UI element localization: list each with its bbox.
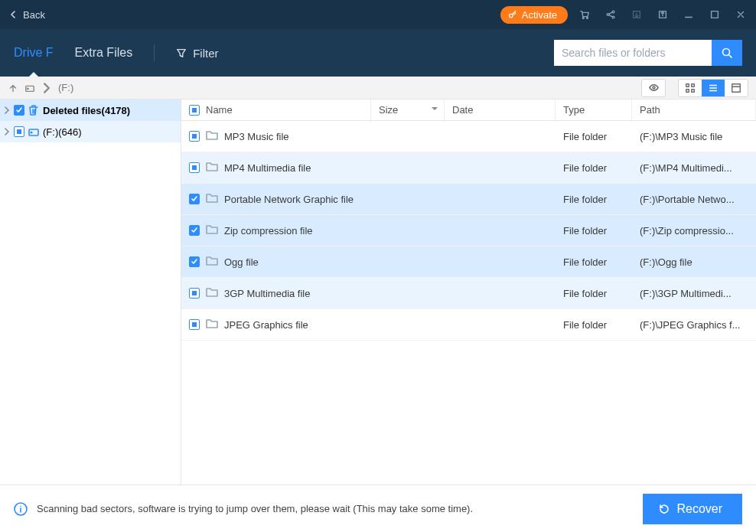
column-path-label: Path (640, 104, 660, 116)
search-button[interactable] (712, 40, 742, 66)
folder-icon (206, 318, 218, 331)
title-bar: Back Activate (0, 0, 756, 29)
table-row[interactable]: MP3 Music fileFile folder(F:)\MP3 Music … (181, 121, 756, 152)
column-name[interactable]: Name (181, 100, 371, 120)
column-path[interactable]: Path (632, 100, 756, 120)
column-size[interactable]: Size (371, 100, 445, 120)
table-row[interactable]: JPEG Graphics fileFile folder(F:)\JPEG G… (181, 309, 756, 341)
cell-path: (F:)\MP3 Music file (632, 131, 756, 142)
table-row[interactable]: Portable Network Graphic fileFile folder… (181, 184, 756, 215)
filter-button[interactable]: Filter (176, 47, 218, 60)
table-row[interactable]: Ogg fileFile folder(F:)\Ogg file (181, 246, 756, 278)
cell-name: Ogg file (224, 256, 259, 268)
svg-rect-14 (692, 83, 695, 86)
share-icon[interactable] (604, 8, 617, 21)
checkbox[interactable] (14, 126, 24, 137)
cell-type: File folder (556, 319, 632, 331)
column-date[interactable]: Date (445, 100, 556, 120)
svg-point-1 (582, 18, 584, 19)
checkbox[interactable] (189, 162, 200, 173)
select-all-checkbox[interactable] (189, 105, 200, 116)
cell-path: (F:)\3GP Multimedi... (632, 288, 756, 299)
cell-name: MP4 Multimedia file (224, 162, 311, 174)
tab-bar: Drive F Extra Files Filter (0, 29, 756, 77)
checkbox[interactable] (189, 131, 200, 142)
table-row[interactable]: MP4 Multimedia fileFile folder(F:)\MP4 M… (181, 152, 756, 184)
cell-type: File folder (556, 194, 632, 205)
expand-icon[interactable] (3, 105, 11, 116)
expand-icon[interactable] (3, 126, 11, 138)
tab-drive[interactable]: Drive F (14, 29, 54, 77)
window-controls (578, 8, 747, 21)
column-date-label: Date (452, 104, 473, 116)
table-row[interactable]: 3GP Multimedia fileFile folder(F:)\3GP M… (181, 278, 756, 309)
cell-name: MP3 Music file (224, 131, 289, 142)
column-type[interactable]: Type (556, 100, 632, 120)
checkbox[interactable] (189, 194, 200, 204)
chevron-left-icon (9, 11, 17, 18)
svg-rect-15 (686, 89, 689, 92)
breadcrumb-path[interactable]: (F:) (58, 82, 73, 93)
back-label: Back (23, 9, 45, 21)
up-button[interactable] (8, 83, 18, 93)
cell-type: File folder (556, 225, 632, 237)
tab-drive-label: Drive F (14, 46, 54, 60)
search-input[interactable] (554, 40, 712, 66)
activate-button[interactable]: Activate (500, 6, 568, 24)
recover-button[interactable]: Recover (643, 494, 742, 524)
trash-icon (28, 104, 40, 116)
cart-icon[interactable] (578, 8, 591, 21)
svg-rect-16 (692, 89, 695, 92)
cell-name: Zip compression file (224, 225, 313, 237)
folder-icon (206, 256, 218, 268)
folder-icon (206, 287, 218, 299)
tab-extra-label: Extra Files (75, 46, 133, 60)
tab-extra-files[interactable]: Extra Files (75, 29, 133, 77)
checkbox[interactable] (189, 256, 200, 267)
search-wrap (554, 40, 742, 66)
recover-label: Recover (676, 502, 722, 516)
checkbox[interactable] (189, 225, 200, 236)
cell-name: 3GP Multimedia file (224, 288, 310, 299)
cell-path: (F:)\MP4 Multimedi... (632, 162, 756, 174)
maximize-icon[interactable] (709, 8, 721, 21)
cell-path: (F:)\Ogg file (632, 256, 756, 268)
checkbox[interactable] (189, 288, 200, 299)
view-grid-button[interactable] (679, 80, 702, 96)
sidebar-item[interactable]: (F:)(646) (0, 121, 181, 142)
table-row[interactable]: Zip compression fileFile folder(F:)\Zip … (181, 215, 756, 246)
cell-type: File folder (556, 131, 632, 142)
filter-label: Filter (193, 47, 218, 60)
footer-bar: Scanning bad sectors, software is trying… (0, 485, 756, 532)
svg-rect-13 (686, 83, 689, 86)
view-detail-button[interactable] (725, 80, 748, 96)
svg-rect-17 (732, 83, 741, 92)
drive-icon[interactable] (24, 83, 35, 93)
preview-button[interactable] (641, 79, 666, 97)
chevron-right-icon (41, 83, 52, 93)
folder-icon (206, 224, 218, 237)
cell-path: (F:)\JPEG Graphics f... (632, 319, 756, 331)
table-header: Name Size Date Type Path (181, 100, 756, 121)
checkbox[interactable] (14, 105, 24, 116)
minimize-icon[interactable] (683, 8, 695, 21)
sidebar: Deleted files(4178)(F:)(646) (0, 100, 181, 485)
close-icon[interactable] (735, 8, 747, 21)
column-type-label: Type (563, 104, 585, 116)
cell-path: (F:)\Zip compressio... (632, 225, 756, 237)
sidebar-item-label: (F:)(646) (43, 126, 82, 138)
view-list-button[interactable] (702, 80, 725, 96)
back-button[interactable]: Back (9, 9, 45, 21)
breadcrumb-bar: (F:) (0, 77, 756, 100)
key-icon (508, 10, 517, 19)
restore-icon (658, 503, 670, 515)
cell-type: File folder (556, 256, 632, 268)
folder-icon (206, 130, 218, 142)
sidebar-item[interactable]: Deleted files(4178) (0, 100, 181, 121)
table-body: MP3 Music fileFile folder(F:)\MP3 Music … (181, 121, 756, 485)
export-icon[interactable] (657, 8, 669, 21)
activate-label: Activate (522, 9, 557, 21)
svg-rect-8 (712, 11, 719, 18)
folder-icon (206, 162, 218, 174)
checkbox[interactable] (189, 319, 200, 330)
